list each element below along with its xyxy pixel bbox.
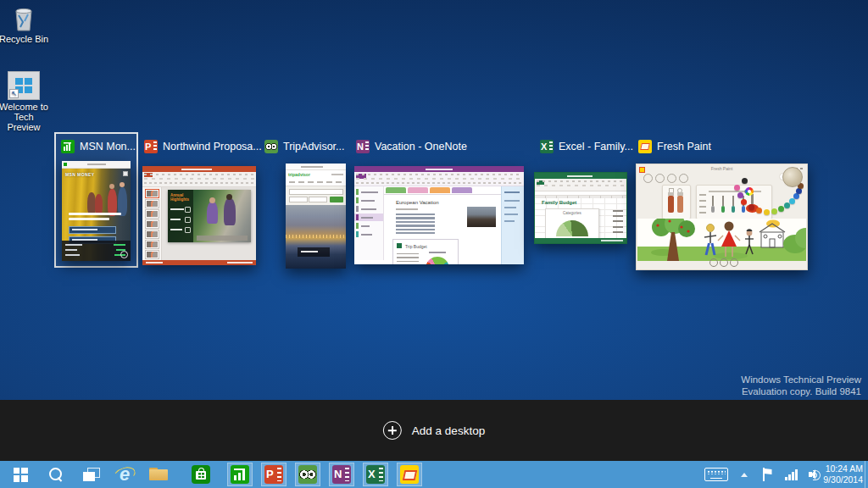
- excel-mini-icon: [397, 243, 402, 248]
- taskview-title-onenote[interactable]: N Vacation - OneNote: [356, 139, 467, 154]
- taskview-thumbnail-powerpoint[interactable]: Annual Highlights: [142, 166, 256, 265]
- taskbar-app-fresh-paint[interactable]: [397, 463, 422, 486]
- taskview-title-fresh-paint[interactable]: Fresh Paint: [638, 139, 711, 154]
- taskbar-app-powerpoint[interactable]: P: [261, 463, 287, 486]
- keyboard-icon: [704, 468, 728, 481]
- show-desktop-button[interactable]: [865, 461, 868, 488]
- file-explorer-button[interactable]: [144, 461, 173, 488]
- onenote-ribbon: [354, 172, 524, 186]
- embed-title: Trip Budget: [405, 244, 427, 249]
- fresh-paint-canvas: [637, 219, 806, 261]
- taskbar-app-tripadvisor[interactable]: [295, 463, 320, 486]
- brushes-panel: [696, 185, 772, 219]
- window-title-label: Vacation - OneNote: [375, 141, 467, 152]
- store-icon: [192, 465, 210, 484]
- msn-link-chip: [69, 226, 116, 234]
- windows-start-icon: [14, 468, 28, 482]
- build-watermark: Windows Technical Preview Evaluation cop…: [741, 374, 861, 397]
- taskview-thumbnail-onenote[interactable]: European Vacation Trip Budget: [354, 166, 524, 264]
- tripadvisor-search-area: [286, 186, 346, 205]
- window-title-label: Fresh Paint: [657, 141, 711, 152]
- network-signal-icon: [785, 469, 798, 480]
- desktop-icon-welcome-tech-preview[interactable]: ↖ Welcome to Tech Preview: [0, 71, 51, 132]
- search-icon: [48, 467, 64, 482]
- onenote-icon: N: [332, 465, 351, 484]
- taskview-title-powerpoint[interactable]: P Northwind Proposa...: [144, 139, 262, 154]
- slide-stats-panel: Annual Highlights: [168, 190, 193, 242]
- taskview-title-msn-money[interactable]: MSN Mon...: [61, 139, 136, 154]
- powerpoint-ribbon: [142, 172, 256, 187]
- powerpoint-slide: Annual Highlights: [168, 190, 251, 242]
- onenote-list: [396, 214, 435, 236]
- paint-tubes-panel: [662, 185, 691, 219]
- powerpoint-icon: P: [144, 140, 158, 153]
- touch-keyboard-button[interactable]: [702, 461, 731, 488]
- onenote-photo: [467, 207, 496, 227]
- action-center-button[interactable]: [758, 461, 776, 488]
- store-button[interactable]: [188, 461, 214, 488]
- taskbar-app-msn-money[interactable]: [227, 463, 253, 486]
- fresh-paint-icon: [400, 465, 419, 484]
- task-view-bottom-strip: Add a desktop: [0, 400, 868, 461]
- internet-explorer-button[interactable]: e: [110, 461, 139, 488]
- taskview-thumbnail-excel[interactable]: Family Budget Categories: [534, 172, 627, 244]
- msn-ticker-strip: [62, 241, 131, 261]
- excel-statusbar: [535, 238, 626, 243]
- network-button[interactable]: [782, 461, 802, 488]
- internet-explorer-icon: e: [114, 465, 135, 484]
- slide-headline: Annual Highlights: [170, 193, 191, 202]
- taskbar-clock[interactable]: 10:24 AM 9/30/2014: [823, 463, 863, 485]
- child-drawing: [637, 219, 806, 261]
- watermark-line1: Windows Technical Preview: [741, 374, 861, 385]
- msn-money-icon: [61, 140, 75, 153]
- excel-icon: X: [540, 140, 554, 153]
- taskview-thumbnail-msn-money[interactable]: MSN MONEY: [62, 161, 131, 261]
- taskbar-app-excel[interactable]: X: [363, 463, 388, 486]
- excel-chart: Categories: [545, 208, 599, 241]
- taskview-title-excel[interactable]: X Excel - Family...: [540, 139, 633, 154]
- desktop: Recycle Bin ↖ Welcome to Tech Preview Wi…: [0, 0, 868, 488]
- silver-paint-blob: [782, 167, 803, 187]
- tripadvisor-icon: [298, 465, 317, 484]
- budget-table: [397, 253, 419, 264]
- onenote-embedded-spreadsheet: Trip Budget: [392, 239, 459, 264]
- onenote-notebook-pane: [354, 186, 384, 260]
- excel-grid: Family Budget Categories: [535, 198, 626, 238]
- task-view-button[interactable]: [78, 461, 105, 488]
- desktop-icon-recycle-bin[interactable]: Recycle Bin: [0, 5, 51, 44]
- recycle-bin-icon: [13, 5, 35, 32]
- window-title-label: Excel - Family...: [559, 141, 633, 152]
- tripadvisor-nav: [286, 179, 346, 186]
- show-hidden-icons-button[interactable]: [736, 461, 753, 488]
- canvas-tool-button: [709, 258, 718, 267]
- msn-money-brand: MSN MONEY: [65, 172, 94, 177]
- window-title-label: Northwind Proposa...: [163, 141, 262, 152]
- search-button[interactable]: [42, 461, 70, 488]
- onenote-section-tabs: [384, 186, 501, 195]
- taskview-thumbnail-fresh-paint[interactable]: Fresh Paint: [636, 164, 808, 270]
- window-title-label: MSN Mon...: [80, 141, 136, 152]
- taskview-title-tripadvisor[interactable]: TripAdvisor...: [264, 139, 344, 154]
- chart-title: Categories: [546, 211, 598, 215]
- onenote-page-title: European Vacation: [396, 200, 439, 205]
- onenote-titlebar: [354, 166, 524, 172]
- slide-photo: Annual Highlights: [168, 190, 251, 242]
- onenote-pages-pane: [501, 186, 524, 264]
- taskbar-app-onenote[interactable]: N: [329, 463, 354, 486]
- taskview-thumbnail-tripadvisor[interactable]: tripadvisor: [286, 164, 346, 269]
- add-desktop-label: Add a desktop: [412, 424, 485, 437]
- powerpoint-titlebar: [142, 166, 256, 172]
- excel-values-column: [613, 210, 623, 236]
- start-button[interactable]: [7, 461, 34, 488]
- add-desktop-button[interactable]: Add a desktop: [383, 421, 485, 440]
- sheet-title: Family Budget: [542, 200, 576, 205]
- powerpoint-icon: P: [264, 465, 283, 484]
- welcome-tile-icon: ↖: [8, 71, 40, 100]
- excel-titlebar: [535, 173, 626, 179]
- taskbar: e P N X: [0, 461, 868, 488]
- msn-menu-icon: [123, 171, 128, 176]
- window-title-label: TripAdvisor...: [283, 141, 344, 152]
- fresh-paint-icon: [638, 140, 652, 153]
- plus-circle-icon: [383, 421, 402, 440]
- budget-pie-chart: [426, 257, 449, 264]
